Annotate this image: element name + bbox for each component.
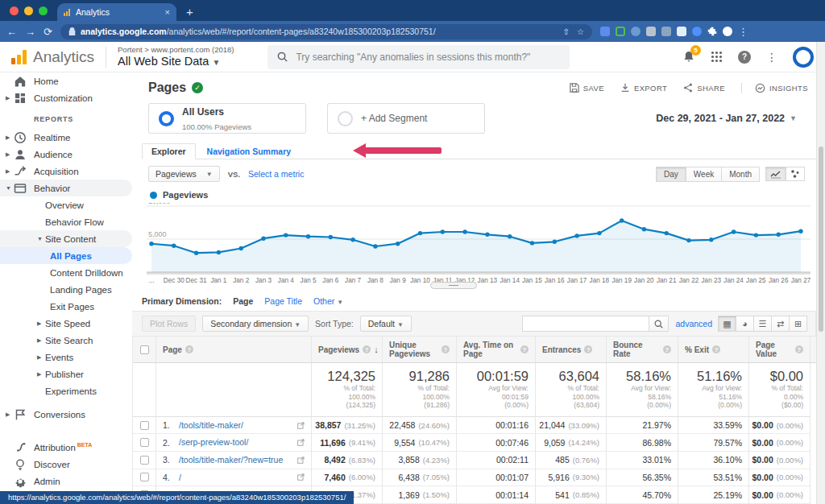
- help-bubble-icon[interactable]: ?: [520, 345, 529, 353]
- row-checkbox[interactable]: [133, 452, 156, 469]
- sidebar-item-behavior-flow[interactable]: Behavior Flow: [0, 213, 132, 230]
- chevron-right-icon[interactable]: ▶: [37, 337, 44, 344]
- sort-type-dropdown[interactable]: Default ▼: [360, 316, 412, 332]
- table-view-icon[interactable]: ▦: [718, 316, 736, 332]
- chevron-right-icon[interactable]: ▶: [6, 411, 12, 418]
- column-header-pageviews[interactable]: Pageviews?↓: [312, 337, 383, 362]
- card-extension-icon[interactable]: [677, 27, 686, 36]
- column-header-bounce-rate[interactable]: Bounce Rate?: [607, 337, 678, 362]
- ga-logo[interactable]: Analytics: [11, 48, 94, 66]
- sidebar-item-site-search[interactable]: ▶Site Search: [0, 332, 132, 349]
- chevron-right-icon[interactable]: ▶: [37, 371, 44, 378]
- maximize-window-button[interactable]: [39, 6, 48, 15]
- open-page-icon[interactable]: [294, 422, 305, 429]
- column-header-avg-time-on-page[interactable]: Avg. Time on Page?: [457, 337, 536, 362]
- window-scrollbar[interactable]: [816, 42, 825, 504]
- sidebar-item-discover[interactable]: Discover: [0, 456, 132, 473]
- comparison-view-icon[interactable]: ⇄: [771, 316, 790, 332]
- line-chart-toggle-button[interactable]: [765, 167, 786, 181]
- apps-grid-icon[interactable]: [711, 51, 723, 63]
- row-checkbox[interactable]: [133, 469, 156, 487]
- open-page-icon[interactable]: [294, 473, 305, 481]
- profile-extension-icon[interactable]: [723, 27, 732, 36]
- page-link[interactable]: /tools/title-maker/: [179, 420, 243, 431]
- sidebar-item-events[interactable]: ▶Events: [0, 349, 132, 366]
- sidebar-item-publisher[interactable]: ▶Publisher: [0, 366, 132, 382]
- add-segment-button[interactable]: + Add Segment: [327, 103, 485, 134]
- blob-extension-icon[interactable]: [631, 27, 641, 36]
- sidebar-item-attribution[interactable]: AttributionBETA: [0, 439, 132, 456]
- close-window-button[interactable]: [10, 6, 19, 15]
- chart-scroll-handle[interactable]: [430, 282, 477, 289]
- sidebar-item-content-drilldown[interactable]: Content Drilldown: [0, 264, 132, 281]
- column-header-entrances[interactable]: Entrances?: [536, 337, 607, 362]
- select-all-checkbox[interactable]: [133, 337, 156, 362]
- save-button[interactable]: SAVE: [570, 83, 604, 93]
- reload-icon[interactable]: ⟳: [44, 27, 52, 37]
- sidebar-item-site-speed[interactable]: ▶Site Speed: [0, 315, 132, 332]
- back-icon[interactable]: ←: [6, 27, 17, 37]
- help-bubble-icon[interactable]: ?: [584, 345, 592, 353]
- sidebar-item-conversions[interactable]: ▶Conversions: [0, 406, 132, 423]
- sidebar-item-acquisition[interactable]: ▶Acquisition: [0, 163, 132, 180]
- sidebar-item-home[interactable]: Home: [0, 72, 132, 89]
- open-page-icon[interactable]: [294, 456, 305, 464]
- chevron-right-icon[interactable]: ▶: [37, 320, 44, 327]
- help-icon[interactable]: ?: [738, 51, 751, 64]
- chevron-right-icon[interactable]: ▶: [6, 168, 12, 175]
- page-link[interactable]: /serp-preview-tool/: [179, 437, 248, 448]
- table-search-input[interactable]: [522, 316, 649, 332]
- table-search-button[interactable]: [649, 316, 669, 332]
- sidebar-item-realtime[interactable]: ▶Realtime: [0, 129, 132, 146]
- help-bubble-icon[interactable]: ?: [442, 345, 450, 353]
- eyedropper-extension-icon[interactable]: [600, 27, 610, 36]
- help-bubble-icon[interactable]: ?: [363, 345, 371, 353]
- tab-close-icon[interactable]: ×: [165, 7, 170, 17]
- open-page-icon[interactable]: [294, 439, 305, 446]
- help-bubble-icon[interactable]: ?: [795, 345, 803, 353]
- account-picker[interactable]: Portent > www.portent.com (2018) All Web…: [118, 46, 234, 68]
- column-header-page[interactable]: Page?: [156, 337, 312, 362]
- browser-tab[interactable]: Analytics ×: [57, 3, 176, 21]
- chevron-right-icon[interactable]: ▶: [37, 354, 44, 361]
- bookmark-star-icon[interactable]: ☆: [577, 27, 584, 36]
- help-bubble-icon[interactable]: ?: [185, 345, 193, 353]
- percentage-view-icon[interactable]: ◕: [736, 316, 754, 332]
- puzzle-extensions-icon[interactable]: [707, 27, 717, 36]
- new-tab-button[interactable]: +: [176, 5, 203, 21]
- checker-extension-icon[interactable]: [692, 27, 702, 36]
- column-header--exit[interactable]: % Exit?: [678, 337, 749, 362]
- sort-descending-icon[interactable]: ↓: [374, 345, 379, 354]
- help-bubble-icon[interactable]: ?: [663, 345, 671, 353]
- chevron-right-icon[interactable]: ▶: [6, 95, 12, 101]
- dimension-page[interactable]: Page: [233, 296, 253, 306]
- share-button[interactable]: SHARE: [683, 83, 725, 93]
- sidebar-item-overview[interactable]: Overview: [0, 196, 132, 213]
- granularity-week-button[interactable]: Week: [686, 167, 722, 182]
- tag-extension-icon[interactable]: [646, 27, 656, 36]
- sidebar-item-behavior[interactable]: ▼Behavior: [0, 180, 132, 196]
- notifications-button[interactable]: 5: [682, 50, 695, 64]
- granularity-month-button[interactable]: Month: [721, 167, 760, 182]
- row-checkbox[interactable]: [133, 434, 156, 452]
- insights-button[interactable]: INSIGHTS: [741, 83, 808, 93]
- sidebar-item-experiments[interactable]: Experiments: [0, 382, 132, 399]
- screenshot-extension-icon[interactable]: [616, 27, 625, 36]
- tab-explorer[interactable]: Explorer: [142, 143, 196, 159]
- tab-navigation-summary[interactable]: Navigation Summary: [196, 144, 302, 159]
- forward-icon[interactable]: →: [25, 27, 35, 37]
- header-menu-icon[interactable]: ⋮: [766, 51, 777, 64]
- avatar[interactable]: [793, 47, 814, 68]
- granularity-day-button[interactable]: Day: [656, 167, 686, 182]
- ga-search-bar[interactable]: Try searching "Any anomalies in sessions…: [267, 45, 570, 69]
- chevron-down-icon[interactable]: ▼: [6, 185, 12, 191]
- sidebar-item-audience[interactable]: ▶Audience: [0, 146, 132, 163]
- dimension-page-title[interactable]: Page Title: [264, 296, 302, 306]
- sidebar-item-exit-pages[interactable]: Exit Pages: [0, 298, 132, 315]
- minimize-window-button[interactable]: [24, 6, 33, 15]
- metric-dropdown[interactable]: Pageviews▼: [148, 166, 220, 182]
- browser-menu-icon[interactable]: ⋮: [738, 27, 748, 37]
- row-checkbox[interactable]: [133, 417, 156, 435]
- scrollbar-thumb[interactable]: [819, 147, 823, 332]
- pivot-view-icon[interactable]: ⊞: [789, 316, 807, 332]
